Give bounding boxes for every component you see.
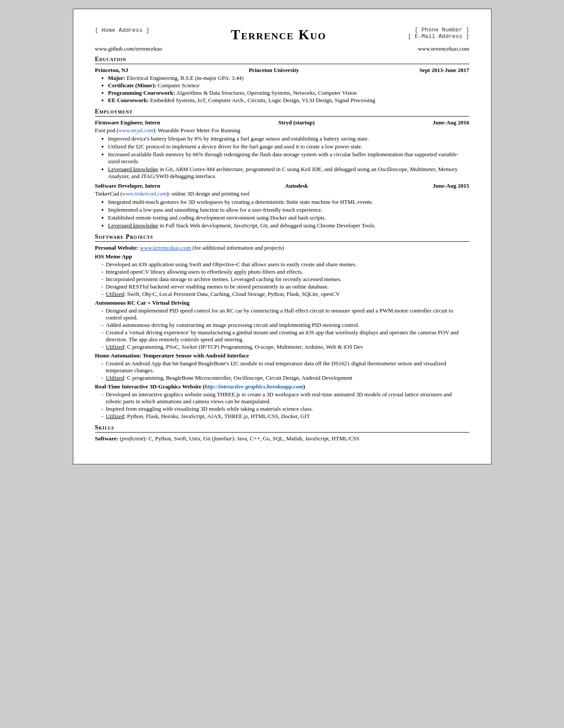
website-link: www.terrencekuo.com: [418, 45, 469, 52]
skills-section: Skills Software: (proficient): C, Python…: [95, 424, 469, 442]
skills-title: Skills: [95, 424, 469, 431]
header-links: www.github.com/terrencekuo www.terrencek…: [95, 45, 469, 52]
project-home-title: Home Automation: Temperature Sensor with…: [95, 352, 469, 359]
header-top: [ Home Address ] Terrence Kuo [ Phone Nu…: [95, 27, 469, 44]
job2-header: Software Developer, Intern Autodesk June…: [95, 182, 469, 189]
rc-bullet-4: Utilized: C programming, PSoC, Socket (I…: [102, 343, 469, 350]
header-right: [ Phone Number ] [ E-Mail Address ]: [408, 27, 469, 40]
stryd-link[interactable]: www.stryd.com: [119, 127, 153, 134]
project-ios-bullets: Developed an iOS application using Swift…: [102, 261, 469, 298]
job2-desc: TinkerCad (www.tinkercad.com): online 3D…: [95, 190, 469, 197]
projects-section: Software Projects Personal Website: www.…: [95, 234, 469, 420]
address-text: [ Home Address ]: [95, 27, 150, 34]
skills-rule: [95, 432, 469, 433]
ios-bullet-5: Utilized: Swift, Obj-C, Local Persistent…: [102, 291, 469, 298]
edu-date: Sept 2013-June 2017: [419, 67, 469, 74]
ios-bullet-4: Designed RESTful backend server enabling…: [102, 283, 469, 290]
edu-bullet-prog: Programming Coursework: Algorithms & Dat…: [108, 89, 469, 96]
personal-website-line: Personal Website: www.terrencekuo.com (f…: [95, 244, 469, 251]
project-3d-title: Real-Time Interactive 3D-Graphics Websit…: [95, 383, 469, 390]
github-link: www.github.com/terrencekuo: [95, 45, 162, 52]
job1-date: June-Aug 2016: [433, 119, 469, 126]
personal-website-extra: (for additional information and projects…: [192, 244, 284, 251]
home-bullet-1: Created an Android App that bit-banged B…: [102, 360, 469, 374]
edu-bullet-ee: EE Coursework: Embedded Systems, IoT, Co…: [108, 97, 469, 104]
job1-company: Stryd (startup): [278, 119, 314, 126]
name-heading: Terrence Kuo: [149, 27, 408, 43]
edu-bullets: Major: Electrical Engineering, B.S.E (in…: [99, 75, 469, 104]
project-ios-title: iOS Meme App: [95, 253, 469, 260]
job1-bullet-4: Leveraged knowledge in Git, ARM Cortex-M…: [108, 166, 469, 180]
graphics-link[interactable]: http://interactive-graphics.herokuapp.co…: [205, 383, 303, 390]
job1-bullet-1: Improved device's battery lifespan by 8%…: [108, 135, 469, 142]
job2-company: Autodesk: [285, 182, 308, 189]
3d-bullet-3: Utilized: Python, Flask, Heroku, JavaScr…: [102, 413, 469, 420]
job1-desc: Foot pod (www.stryd.com): Wearable Power…: [95, 127, 469, 134]
rc-bullet-1: Designed and implemented PID speed contr…: [102, 307, 469, 321]
ios-bullet-3: Incorporated persistent data storage to …: [102, 276, 469, 283]
ios-bullet-2: Integrated openCV library allowing users…: [102, 268, 469, 275]
job2-bullet-2: Implemented a low-pass and smoothing fun…: [108, 206, 469, 213]
job1-bullet-3: Increased available flash memory by 66% …: [108, 151, 469, 165]
education-title: Education: [95, 56, 469, 63]
job2-bullet-4: Leveraged knowledge in Full Stack Web de…: [108, 222, 469, 229]
resume-document: [ Home Address ] Terrence Kuo [ Phone Nu…: [73, 9, 492, 464]
header-center: Terrence Kuo: [149, 27, 408, 44]
edu-bullet-major: Major: Electrical Engineering, B.S.E (in…: [108, 75, 469, 82]
job1-bullet-2: Utilized the I2C protocol to implement a…: [108, 143, 469, 150]
skills-row: Software: (proficient): C, Python, Swift…: [95, 435, 469, 442]
job2-bullet-1: Integrated multi-touch gestures for 3D w…: [108, 199, 469, 206]
3d-bullet-2: Inspired from struggling with visualizin…: [102, 405, 469, 412]
job2-bullet-3: Established remote testing and coding de…: [108, 214, 469, 221]
projects-rule: [95, 241, 469, 242]
job2-bullets: Integrated multi-touch gestures for 3D w…: [99, 199, 469, 229]
job1-bullets: Improved device's battery lifespan by 8%…: [99, 135, 469, 180]
education-rule: [95, 64, 469, 64]
edu-row: Princeton, NJ Princeton University Sept …: [95, 67, 469, 74]
job2-title: Software Developer, Intern: [95, 182, 161, 189]
rc-bullet-2: Added autonomous driving by constructing…: [102, 322, 469, 329]
education-section: Education Princeton, NJ Princeton Univer…: [95, 56, 469, 104]
project-3d-bullets: Developed an interactive graphics websit…: [102, 391, 469, 420]
email-text: [ E-Mail Address ]: [408, 33, 469, 40]
employment-rule: [95, 116, 469, 117]
projects-title: Software Projects: [95, 234, 469, 240]
employment-section: Employment Firmware Engineer, Intern Str…: [95, 108, 469, 229]
home-bullet-2: Utilized: C programming, BeagleBone Micr…: [102, 374, 469, 381]
project-rc-title: Autonomous RC Car + Virtual Driving: [95, 299, 469, 306]
employment-title: Employment: [95, 108, 469, 115]
tinkercad-link[interactable]: www.tinkercad.com: [122, 190, 167, 197]
job1-header: Firmware Engineer, Intern Stryd (startup…: [95, 119, 469, 126]
3d-bullet-1: Developed an interactive graphics websit…: [102, 391, 469, 405]
project-rc-bullets: Designed and implemented PID speed contr…: [102, 307, 469, 350]
rc-bullet-3: Created a 'virtual driving experience' b…: [102, 329, 469, 343]
job2-date: June-Aug 2015: [433, 182, 469, 189]
edu-bullet-cert: Certificate (Minor): Computer Science: [108, 82, 469, 89]
phone-text: [ Phone Number ]: [408, 27, 469, 33]
edu-location: Princeton, NJ: [95, 67, 129, 74]
job1-title: Firmware Engineer, Intern: [95, 119, 161, 126]
personal-website-link[interactable]: www.terrencekuo.com: [140, 244, 191, 251]
header-address: [ Home Address ]: [95, 27, 150, 34]
ios-bullet-1: Developed an iOS application using Swift…: [102, 261, 469, 268]
edu-school-name: Princeton University: [249, 67, 299, 74]
project-home-bullets: Created an Android App that bit-banged B…: [102, 360, 469, 381]
